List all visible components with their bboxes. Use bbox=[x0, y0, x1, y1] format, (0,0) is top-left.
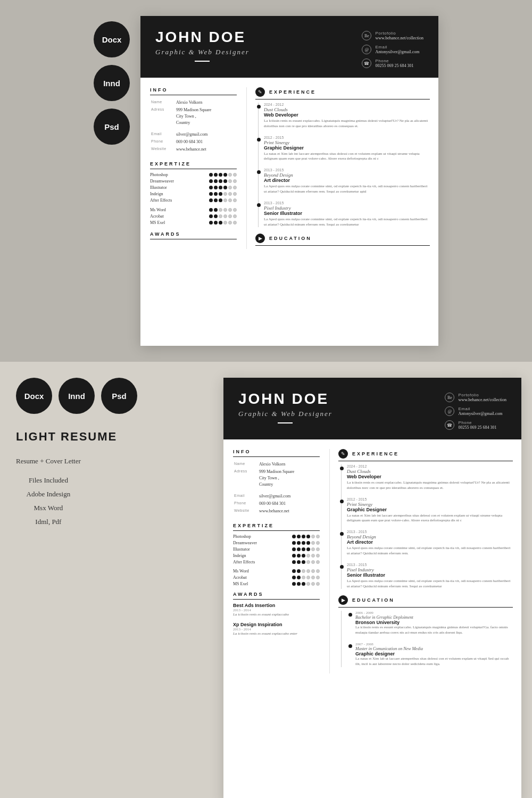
exp-item-b-1: 2024 - 2012 Dust Clouds Web Developer La… bbox=[347, 464, 513, 491]
info-row-website: Website www.behance.net bbox=[151, 146, 236, 153]
expertize-title-bottom: EXPERTIZE bbox=[233, 523, 320, 531]
dots-aftereffects-b bbox=[292, 560, 320, 564]
email-value-b: Antonysilver@gmail.com bbox=[458, 411, 502, 416]
skill-name-dreamweaver: Dreamweaver bbox=[150, 179, 190, 184]
dot bbox=[214, 221, 218, 225]
exp-jobtitle-1: Web Developer bbox=[264, 112, 430, 118]
docx-badge-bottom: Docx bbox=[16, 378, 52, 414]
exp-desc-4: La Aped quos eos nulpa corate comnime si… bbox=[264, 217, 430, 228]
info-label-email-b: Email bbox=[234, 493, 258, 500]
bottom-section: Docx Innd Psd LIGHT RESUME Resume + Cove… bbox=[0, 362, 532, 798]
dots-dreamweaver-b bbox=[292, 541, 320, 545]
info-value-email-b: silver@gmail.com bbox=[259, 493, 319, 500]
dots-photoshop-b bbox=[292, 535, 320, 538]
dots-acrobat-b bbox=[292, 576, 320, 579]
exp-icon-b: ✎ bbox=[338, 449, 348, 459]
dot bbox=[311, 582, 315, 586]
resume-name-top: JOHN DOE bbox=[155, 29, 250, 46]
info-row-spacer-b bbox=[234, 489, 319, 492]
skill-name-dreamweaver-b: Dreamweaver bbox=[233, 541, 273, 545]
skill-dreamweaver: Dreamweaver bbox=[150, 179, 237, 184]
exp-header: ✎ EXPERIENCE bbox=[255, 87, 430, 99]
skill-dots-illustrator bbox=[209, 186, 237, 189]
contact-email-b: @ Email Antonysilver@gmail.com bbox=[445, 406, 506, 416]
award-date-1: 2013 - 2014 bbox=[233, 608, 320, 612]
dot bbox=[297, 576, 301, 579]
exp-date-2: 2012 - 2015 bbox=[264, 136, 430, 139]
exp-desc-3: La Aped quos eos nulpa corate comnime si… bbox=[264, 184, 430, 195]
skill-name-illustrator-b: Illustrator bbox=[233, 547, 273, 552]
skill-aftereffects: After Effects bbox=[150, 198, 237, 203]
edu-item-b-2: 2007 - 2008 Master in Comunication on Ne… bbox=[347, 642, 513, 667]
info-row-email-b: Email silver@gmail.com bbox=[234, 493, 319, 500]
skill-dots-acrobat bbox=[209, 214, 237, 218]
dot bbox=[306, 576, 310, 579]
dot bbox=[297, 569, 301, 573]
info-label-website: Website bbox=[151, 146, 175, 153]
email-value: Antonysilver@gmail.com bbox=[375, 49, 419, 54]
dot bbox=[233, 179, 237, 183]
dot bbox=[302, 554, 305, 558]
resume-name-bottom: JOHN DOE bbox=[238, 390, 332, 408]
info-value-website: www.behance.net bbox=[176, 146, 236, 153]
desc-line-3: Files Included bbox=[16, 473, 81, 487]
info-title-top: INFO bbox=[150, 87, 237, 95]
awards-title-top: AWARDS bbox=[150, 231, 237, 239]
dot bbox=[233, 192, 237, 196]
dot bbox=[297, 582, 301, 586]
award-date-2: 2013 - 2014 bbox=[233, 627, 320, 631]
dot bbox=[223, 186, 227, 189]
desc-line-1: Resume + Cover Letter bbox=[16, 454, 81, 468]
info-row-phone: Phone 069 00 684 301 bbox=[151, 139, 236, 145]
light-resume-title: LIGHT RESUME bbox=[16, 430, 117, 444]
exp-item-b-3: 2013 - 2015 Beyond Design Art director L… bbox=[347, 530, 513, 556]
info-label-address: Adress bbox=[151, 107, 175, 126]
skill-name-msword-b: Ms Word bbox=[233, 569, 273, 573]
skill-name-aftereffects: After Effects bbox=[150, 198, 190, 203]
info-table-top: Name Alexio Volkorn Adress 999 Madison S… bbox=[150, 98, 237, 154]
dot bbox=[316, 547, 320, 551]
header-underline-bottom bbox=[278, 422, 293, 423]
skill-msword: Ms Word bbox=[150, 207, 237, 212]
dot bbox=[292, 569, 296, 573]
exp-header-b: ✎ EXPERIENCE bbox=[338, 449, 513, 461]
dot bbox=[223, 221, 227, 225]
dot bbox=[228, 179, 232, 183]
psd-badge-top: Psd bbox=[94, 109, 130, 145]
dot bbox=[297, 535, 301, 538]
info-value-name: Alexio Volkorn bbox=[176, 99, 236, 106]
dot bbox=[297, 560, 301, 564]
edu-item-b-1: 2006 - 2009 Bachelor in Grraphic Deploim… bbox=[347, 611, 513, 636]
portfolio-value: www.behance.net/collection bbox=[375, 36, 423, 40]
info-row-name-b: Name Alexio Volkorn bbox=[234, 461, 319, 468]
exp-date-b-4: 2013 - 2015 bbox=[347, 563, 513, 567]
dot bbox=[306, 569, 310, 573]
skill-name-acrobat: Acrobat bbox=[150, 214, 190, 219]
portfolio-text: Portofolio www.behance.net/collection bbox=[375, 31, 423, 40]
desc-line-6: Idml, Pdf bbox=[16, 515, 81, 529]
dot bbox=[233, 214, 237, 218]
phone-value-b: 00255 069 25 684 301 bbox=[458, 425, 496, 430]
exp-desc-b-1: La iciissin renis es count explaccabo. L… bbox=[347, 480, 513, 491]
exp-jobtitle-4: Senior Illustrator bbox=[264, 211, 430, 216]
dot bbox=[214, 186, 218, 189]
contact-phone: ☎ Phone 00255 069 25 684 301 bbox=[362, 59, 423, 68]
header-contacts-top: Be Portofolio www.behance.net/collection… bbox=[362, 31, 423, 68]
phone-label-b: Phone bbox=[458, 420, 496, 425]
skill-name-msexel: MS Exel bbox=[150, 220, 190, 225]
dot bbox=[214, 198, 218, 202]
email-label-b: Email bbox=[458, 406, 502, 411]
experience-timeline-bottom: 2024 - 2012 Dust Clouds Web Developer La… bbox=[338, 464, 513, 589]
exp-desc-b-3: La Aped quos eos nulpa corate comnime si… bbox=[347, 546, 513, 556]
info-label-name-b: Name bbox=[234, 461, 258, 468]
dot bbox=[219, 208, 222, 212]
skill-dots-indeign bbox=[209, 192, 237, 196]
skill-name-photoshop: Photoshop bbox=[150, 172, 190, 177]
dot bbox=[316, 541, 320, 545]
skill-name-photoshop-b: Photoshop bbox=[233, 534, 273, 539]
dot bbox=[228, 186, 232, 189]
dot bbox=[292, 554, 296, 558]
dot bbox=[311, 569, 315, 573]
innd-badge-bottom: Innd bbox=[59, 378, 95, 414]
info-value-address-b: 999 Madison SquareCity Town ,Country bbox=[259, 469, 319, 488]
